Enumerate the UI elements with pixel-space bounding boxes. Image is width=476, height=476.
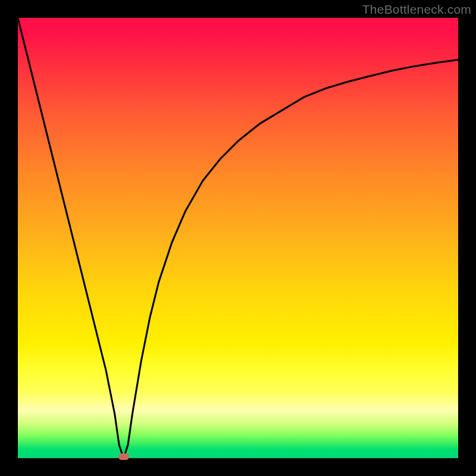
bottleneck-curve-path [18, 18, 458, 458]
watermark-text: TheBottleneck.com [362, 2, 471, 17]
minimum-marker [118, 453, 129, 460]
plot-area [18, 18, 458, 458]
chart-frame: TheBottleneck.com [0, 0, 476, 476]
curve-svg [18, 18, 458, 458]
